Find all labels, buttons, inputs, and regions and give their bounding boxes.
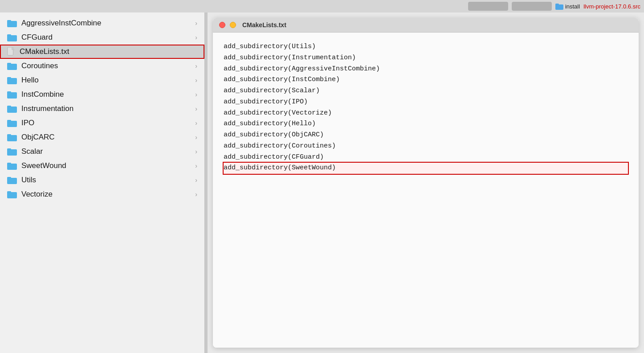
sidebar-item-Hello[interactable]: Hello› [0, 73, 204, 87]
folder-icon [7, 119, 17, 127]
svg-rect-25 [7, 177, 11, 179]
editor-line: add_subdirectory(InstCombine) [224, 76, 340, 83]
chevron-icon: › [195, 105, 197, 112]
editor-content[interactable]: add_subdirectory(Utils)add_subdirectory(… [213, 33, 639, 348]
editor-line: add_subdirectory(CFGuard) [224, 153, 324, 161]
sidebar-item-Vectorize[interactable]: Vectorize› [0, 187, 204, 201]
sidebar-item-label: Instrumentation [21, 104, 73, 113]
folder-icon [7, 62, 17, 70]
highlighted-line: add_subdirectory(SweetWound) [224, 163, 628, 174]
sidebar-item-InstCombine[interactable]: InstCombine› [0, 87, 204, 102]
svg-rect-17 [7, 120, 11, 122]
close-button[interactable] [219, 22, 225, 28]
editor-line: add_subdirectory(Hello) [224, 120, 316, 127]
folder-icon [7, 19, 17, 27]
sidebar-item-label: Scalar [21, 147, 43, 156]
chevron-icon: › [195, 91, 197, 98]
svg-rect-15 [7, 106, 11, 108]
editor-line: add_subdirectory(Scalar) [224, 87, 320, 94]
chevron-icon: › [195, 134, 197, 141]
sidebar-item-Coroutines[interactable]: Coroutines› [0, 59, 204, 73]
chevron-icon: › [195, 162, 197, 169]
svg-rect-27 [7, 191, 11, 193]
editor-panel: CMakeLists.txt add_subdirectory(Utils)ad… [208, 12, 644, 353]
sidebar-item-label: IPO [21, 119, 34, 127]
install-folder-item[interactable]: install [555, 3, 580, 10]
editor-titlebar: CMakeLists.txt [213, 18, 639, 33]
svg-rect-3 [7, 20, 11, 22]
sidebar-item-CFGuard[interactable]: CFGuard› [0, 30, 204, 45]
folder-icon [7, 148, 17, 156]
sidebar-item-Scalar[interactable]: Scalar› [0, 144, 204, 159]
editor-window: CMakeLists.txt add_subdirectory(Utils)ad… [213, 18, 639, 348]
sidebar-item-label: InstCombine [21, 90, 64, 99]
folder-icon [7, 105, 17, 113]
sidebar-item-Instrumentation[interactable]: Instrumentation› [0, 102, 204, 116]
top-bar-button2[interactable] [512, 2, 552, 11]
file-icon [7, 47, 15, 56]
chevron-icon: › [195, 77, 197, 84]
folder-icon [7, 76, 17, 84]
sidebar-item-label: ObjCARC [21, 133, 55, 142]
folder-icon-install [555, 3, 563, 10]
svg-rect-9 [7, 63, 11, 65]
svg-rect-23 [7, 163, 11, 165]
sidebar-item-IPO[interactable]: IPO› [0, 116, 204, 130]
chevron-icon: › [195, 191, 197, 198]
sidebar-item-label: Utils [21, 176, 36, 185]
install-label: install [565, 3, 580, 10]
sidebar-item-label: AggressiveInstCombine [21, 19, 102, 28]
chevron-icon: › [195, 148, 197, 155]
chevron-icon: › [195, 20, 197, 27]
folder-icon [7, 190, 17, 198]
project-label: llvm-project-17.0.6.src [583, 3, 640, 10]
chevron-icon: › [195, 176, 197, 184]
sidebar-item-label: SweetWound [21, 161, 66, 170]
sidebar-item-label: Vectorize [21, 190, 53, 199]
sidebar-item-CMakeLists[interactable]: CMakeLists.txt [0, 45, 204, 59]
sidebar-item-AggressiveInstCombine[interactable]: AggressiveInstCombine› [0, 16, 204, 30]
editor-line: add_subdirectory(ObjCARC) [224, 131, 324, 139]
top-bar-button1[interactable] [468, 2, 508, 11]
svg-rect-5 [7, 34, 11, 37]
sidebar-item-ObjCARC[interactable]: ObjCARC› [0, 130, 204, 144]
minimize-button[interactable] [230, 22, 236, 28]
folder-icon [7, 176, 17, 184]
svg-rect-21 [7, 148, 11, 151]
svg-rect-1 [555, 4, 559, 5]
sidebar-item-SweetWound[interactable]: SweetWound› [0, 159, 204, 173]
sidebar-item-label: CFGuard [21, 33, 53, 42]
chevron-icon: › [195, 119, 197, 127]
editor-line: add_subdirectory(Instrumentation) [224, 54, 356, 62]
chevron-icon: › [195, 34, 197, 41]
sidebar-item-label: Hello [21, 76, 39, 85]
folder-icon [7, 133, 17, 141]
svg-rect-11 [7, 77, 11, 79]
svg-rect-13 [7, 91, 11, 94]
editor-line: add_subdirectory(AggressiveInstCombine) [224, 65, 380, 73]
sidebar-item-label: Coroutines [21, 62, 58, 70]
file-browser-sidebar: AggressiveInstCombine› CFGuard› CMakeLis… [0, 12, 205, 353]
folder-icon [7, 33, 17, 41]
editor-line: add_subdirectory(Utils) [224, 43, 316, 50]
sidebar-item-Utils[interactable]: Utils› [0, 173, 204, 187]
editor-line: add_subdirectory(Coroutines) [224, 142, 336, 150]
folder-icon [7, 90, 17, 99]
editor-line: add_subdirectory(IPO) [224, 98, 308, 106]
folder-icon [7, 162, 17, 170]
editor-line: add_subdirectory(Vectorize) [224, 109, 332, 117]
svg-rect-19 [7, 134, 11, 136]
editor-title: CMakeLists.txt [242, 21, 286, 29]
chevron-icon: › [195, 62, 197, 70]
sidebar-item-label: CMakeLists.txt [20, 47, 69, 56]
